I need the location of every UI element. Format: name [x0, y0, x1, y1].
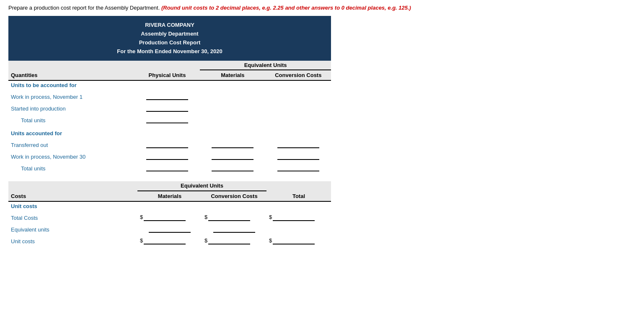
started-prod-row: Started into production [8, 101, 331, 113]
transferred-out-materials-input[interactable] [212, 139, 253, 148]
transferred-out-conversion-input[interactable] [277, 139, 319, 148]
equiv-units-conversion-input[interactable] [213, 224, 255, 233]
materials-col-header: Materials [200, 70, 265, 80]
company-name: RIVERA COMPANY [12, 21, 328, 30]
report-type: Production Cost Report [12, 39, 328, 47]
physical-units-col-header: Physical Units [134, 70, 200, 80]
costs-total-header: Total [266, 191, 331, 201]
wip-nov30-physical-input[interactable] [146, 151, 188, 160]
wip-nov30-label: Work in process, November 30 [8, 149, 134, 161]
total-costs-label: Total Costs [8, 211, 137, 222]
transferred-out-physical-input[interactable] [146, 139, 188, 148]
wip-nov1-input[interactable] [146, 91, 188, 100]
transferred-out-row: Transferred out [8, 138, 331, 149]
total-costs-conv-dollar: $ [204, 214, 207, 220]
wip-nov30-conversion-input[interactable] [277, 151, 319, 160]
report-period: For the Month Ended November 30, 2020 [12, 47, 328, 56]
total-costs-mat-dollar: $ [140, 214, 143, 220]
unit-costs-conv-dollar: $ [204, 237, 207, 244]
total-units1-input[interactable] [146, 114, 188, 123]
wip-nov1-label: Work in process, November 1 [8, 90, 134, 101]
total-units2-conversion-input[interactable] [277, 162, 319, 172]
total-units2-row: Total units [8, 161, 331, 173]
unit-costs-total-dollar: $ [269, 237, 272, 244]
total-units2-materials-input[interactable] [212, 162, 253, 172]
instruction-highlight: (Round unit costs to 2 decimal places, e… [161, 5, 411, 11]
unit-costs-label: Unit costs [8, 234, 137, 246]
unit-costs-row: Unit costs $ $ $ [8, 234, 331, 246]
quantities-col-header: Quantities [8, 70, 134, 80]
costs-equiv-header: Equivalent Units [140, 183, 264, 189]
started-prod-input[interactable] [146, 103, 188, 112]
equivalent-units-label: Equivalent units [8, 222, 137, 234]
wip-nov30-row: Work in process, November 30 [8, 149, 331, 161]
total-units1-label: Total units [8, 113, 134, 125]
equivalent-units-row: Equivalent units [8, 222, 331, 234]
unit-costs-total-input[interactable] [273, 235, 315, 244]
instruction-text: Prepare a production cost report for the… [8, 4, 636, 12]
total-costs-total-dollar: $ [269, 214, 272, 220]
wip-nov30-materials-input[interactable] [212, 151, 253, 160]
unit-costs-mat-dollar: $ [140, 237, 143, 244]
quantities-table: Equivalent Units Quantities Physical Uni… [8, 61, 331, 173]
total-units1-row: Total units [8, 113, 331, 125]
costs-conversion-header: Conversion Costs [202, 191, 266, 201]
total-units2-label: Total units [8, 161, 134, 173]
total-units2-physical-input[interactable] [146, 162, 188, 172]
units-accounted-row: Units accounted for [8, 129, 331, 138]
unit-costs-materials-input[interactable] [144, 235, 186, 244]
instruction-base: Prepare a production cost report for the… [8, 5, 160, 11]
wip-nov1-row: Work in process, November 1 [8, 90, 331, 101]
costs-col-header: Costs [8, 191, 137, 201]
costs-materials-header: Materials [137, 191, 202, 201]
report-header: RIVERA COMPANY Assembly Department Produ… [8, 16, 331, 61]
unit-costs-conversion-input[interactable] [208, 235, 250, 244]
transferred-out-label: Transferred out [8, 138, 134, 149]
report-container: RIVERA COMPANY Assembly Department Produ… [8, 16, 331, 246]
equiv-units-materials-input[interactable] [149, 224, 191, 233]
department-name: Assembly Department [12, 30, 328, 39]
unit-costs-section-row: Unit costs [8, 201, 331, 211]
total-costs-total-input[interactable] [273, 212, 315, 221]
total-costs-materials-input[interactable] [144, 212, 186, 221]
costs-table: Equivalent Units Costs Materials Convers… [8, 181, 331, 246]
units-to-be-accounted-row: Units to be accounted for [8, 80, 331, 90]
conversion-costs-col-header: Conversion Costs [266, 70, 331, 80]
total-costs-conversion-input[interactable] [208, 212, 250, 221]
started-prod-label: Started into production [8, 101, 134, 113]
total-costs-row: Total Costs $ $ $ [8, 211, 331, 222]
equiv-units-header: Equivalent Units [200, 61, 331, 70]
